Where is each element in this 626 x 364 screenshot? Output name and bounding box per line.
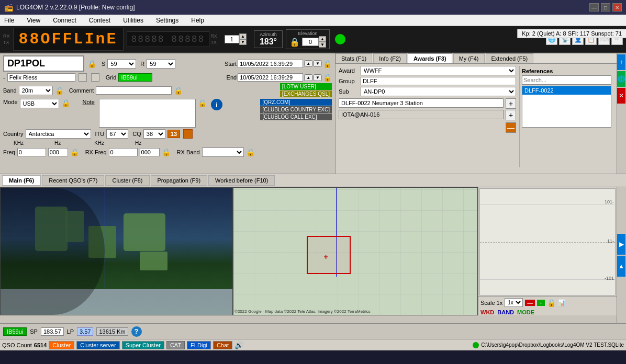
sub-row: Sub AN-DP0	[339, 87, 516, 96]
menu-view[interactable]: View	[25, 16, 42, 25]
cluster-badge[interactable]: Cluster	[49, 341, 74, 349]
maximize-button[interactable]: □	[601, 3, 610, 12]
mode-select[interactable]: USB	[20, 99, 59, 108]
clublog-country-tag[interactable]: [CLUBLOG COUNTRY EXC]	[260, 106, 332, 113]
form-row-2: - Grid End ▲ ▼ 🔒	[3, 73, 332, 82]
band-select[interactable]: 20m	[19, 86, 53, 95]
start-lock: 🔒	[323, 60, 332, 68]
freq-hz[interactable]	[48, 148, 68, 156]
rx-freq-khz[interactable]	[109, 148, 138, 156]
band-lock: 🔒	[55, 86, 64, 95]
tab-propagation[interactable]: Propagation (F9)	[151, 175, 208, 186]
channel-input[interactable]	[225, 35, 239, 43]
sound-icon[interactable]: 🔊	[234, 341, 243, 349]
itu-label: ITU	[95, 131, 105, 137]
elevation-down[interactable]: ▼	[319, 42, 326, 48]
tab-my[interactable]: My (F4)	[453, 53, 485, 63]
tab-awards[interactable]: Awards (F3)	[408, 53, 452, 63]
menu-settings[interactable]: Settings	[154, 16, 181, 25]
sub-select[interactable]: AN-DP0	[361, 87, 516, 96]
tab-cluster[interactable]: Cluster (F8)	[105, 175, 149, 186]
award-select[interactable]: WWFF	[361, 66, 516, 75]
channel-up[interactable]: ▲	[239, 33, 247, 39]
close-button[interactable]: ✕	[612, 3, 622, 12]
start-stepper-down[interactable]: ▼	[314, 60, 322, 67]
callsign-field[interactable]	[3, 55, 84, 72]
elevation-up[interactable]: ▲	[319, 36, 326, 42]
grid-info: IB59ui	[3, 327, 27, 336]
minus-row: —	[339, 122, 516, 133]
menu-contest[interactable]: Contest	[87, 16, 113, 25]
tab-extended[interactable]: Extended (F5)	[486, 53, 534, 63]
menubar: File View Connect Contest Utilities Sett…	[0, 15, 626, 26]
qrz-tag[interactable]: [QRZ.COM]	[260, 99, 332, 106]
offline-display: 88OFFLInE	[13, 28, 124, 51]
end-stepper-up[interactable]: ▲	[304, 74, 312, 81]
scale-plus[interactable]: +	[537, 300, 544, 306]
info-icon[interactable]: i	[211, 99, 222, 110]
fldigi-badge[interactable]: FLDigi	[187, 341, 211, 349]
elevation-stepper[interactable]: ▲ ▼	[302, 36, 326, 48]
cluster-server-badge[interactable]: Cluster server	[76, 341, 119, 349]
expand-btn-3[interactable]: ✕	[617, 88, 625, 104]
start-stepper-up[interactable]: ▲	[304, 60, 312, 67]
ref-item-dlff[interactable]: DLFF-0022	[522, 86, 611, 95]
titlebar-controls: — □ ✕	[589, 3, 622, 12]
tab-info[interactable]: Info (F2)	[373, 53, 407, 63]
r-select[interactable]: 59	[147, 59, 175, 69]
rx-freq-lock: 🔒	[162, 148, 171, 156]
cq-select[interactable]: 38	[143, 129, 165, 139]
minimize-button[interactable]: —	[589, 3, 599, 12]
start-field[interactable]	[238, 60, 303, 68]
dash-label: -	[3, 74, 5, 81]
references-search[interactable]	[522, 75, 611, 85]
menu-connect[interactable]: Connect	[51, 16, 79, 25]
titlebar: 📻 LOG4OM 2 v.2.22.0.9 [Profile: New conf…	[0, 0, 626, 15]
freq-label: Freq	[3, 149, 15, 155]
tab-worked[interactable]: Worked before (F10)	[208, 175, 275, 186]
operator-field[interactable]	[7, 73, 75, 82]
super-cluster-badge[interactable]: Super Cluster	[122, 341, 164, 349]
rx-band-select[interactable]	[202, 147, 244, 157]
rx-band-lock: 🔒	[246, 148, 255, 156]
scale-minus[interactable]: —	[525, 300, 535, 306]
end-stepper-down[interactable]: ▼	[314, 74, 322, 81]
end-field[interactable]	[238, 73, 303, 82]
expand-bottom-2[interactable]: ▲	[617, 256, 625, 277]
chat-badge[interactable]: Chat	[213, 341, 232, 349]
cat-badge[interactable]: CAT	[166, 341, 185, 349]
add-button-2[interactable]: +	[506, 110, 516, 120]
hz-label-2: Hz	[135, 140, 141, 146]
tab-recent[interactable]: Recent QSO's (F7)	[42, 175, 104, 186]
itu-select[interactable]: 67	[106, 129, 128, 139]
grid-field[interactable]	[118, 73, 152, 82]
mode-label-scale: MODE	[517, 309, 534, 315]
expand-btn-2[interactable]: 🌐	[617, 71, 625, 87]
qso-count-label: QSO Count	[2, 342, 32, 348]
country-select[interactable]: Antarctica	[26, 129, 91, 139]
menu-file[interactable]: File	[2, 16, 16, 25]
group-field[interactable]	[361, 77, 516, 85]
help-button[interactable]: ?	[131, 326, 142, 337]
s-select[interactable]: 59	[107, 59, 136, 69]
tab-main[interactable]: Main (F6)	[2, 175, 41, 186]
comment-field[interactable]	[96, 86, 172, 95]
menu-utilities[interactable]: Utilities	[121, 16, 146, 25]
exchanges-tag[interactable]: [EXCHANGES QSL]	[280, 90, 332, 97]
expand-bottom-1[interactable]: ▶	[617, 234, 625, 255]
note-area[interactable]	[99, 99, 196, 128]
channel-stepper[interactable]: ▲ ▼	[225, 33, 247, 45]
tab-stats[interactable]: Stats (F1)	[336, 53, 372, 63]
rx-freq-hz[interactable]	[140, 148, 160, 156]
menu-help[interactable]: Help	[189, 16, 206, 25]
tx-display: 88888 88888	[127, 31, 210, 47]
clublog-call-tag[interactable]: [CLUBLOG CALL EXC]	[260, 113, 332, 120]
add-button-1[interactable]: +	[506, 98, 516, 109]
expand-btn-1[interactable]: +	[617, 54, 625, 70]
elevation-input[interactable]	[302, 38, 319, 46]
lotw-tag[interactable]: [LOTW USER]	[280, 83, 332, 90]
freq-khz[interactable]	[17, 148, 46, 156]
minus-button[interactable]: —	[506, 122, 516, 133]
scale-select[interactable]: 1x	[505, 298, 523, 307]
channel-down[interactable]: ▼	[239, 39, 247, 45]
